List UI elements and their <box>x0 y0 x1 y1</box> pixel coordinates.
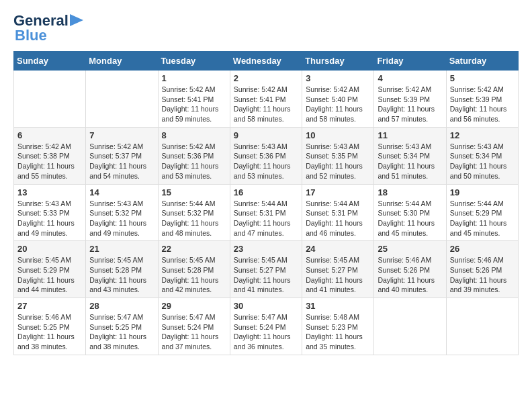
calendar-cell: 18Sunrise: 5:44 AMSunset: 5:30 PMDayligh… <box>374 184 446 241</box>
day-number: 21 <box>89 244 154 254</box>
day-number: 23 <box>234 244 298 254</box>
day-info: Sunrise: 5:42 AMSunset: 5:39 PMDaylight:… <box>378 85 442 124</box>
day-number: 3 <box>306 73 370 83</box>
day-info: Sunrise: 5:47 AMSunset: 5:24 PMDaylight:… <box>234 312 298 352</box>
day-header-monday: Monday <box>86 52 158 71</box>
days-header-row: SundayMondayTuesdayWednesdayThursdayFrid… <box>14 52 519 71</box>
day-number: 26 <box>450 244 515 254</box>
calendar-cell: 7Sunrise: 5:42 AMSunset: 5:37 PMDaylight… <box>86 127 158 184</box>
week-row-2: 6Sunrise: 5:42 AMSunset: 5:38 PMDaylight… <box>14 127 519 184</box>
day-info: Sunrise: 5:43 AMSunset: 5:36 PMDaylight:… <box>234 142 298 181</box>
day-number: 1 <box>162 73 226 83</box>
day-info: Sunrise: 5:44 AMSunset: 5:31 PMDaylight:… <box>306 199 370 238</box>
day-number: 15 <box>162 187 226 197</box>
day-number: 6 <box>17 130 82 140</box>
calendar-cell: 22Sunrise: 5:45 AMSunset: 5:28 PMDayligh… <box>158 241 230 298</box>
calendar-cell: 3Sunrise: 5:42 AMSunset: 5:40 PMDaylight… <box>302 71 374 128</box>
calendar-cell: 11Sunrise: 5:43 AMSunset: 5:34 PMDayligh… <box>374 127 446 184</box>
calendar-cell: 12Sunrise: 5:43 AMSunset: 5:34 PMDayligh… <box>446 127 518 184</box>
day-number: 11 <box>378 130 442 140</box>
day-number: 17 <box>306 187 370 197</box>
week-row-4: 20Sunrise: 5:45 AMSunset: 5:29 PMDayligh… <box>14 241 519 298</box>
day-number: 10 <box>306 130 370 140</box>
day-info: Sunrise: 5:46 AMSunset: 5:25 PMDaylight:… <box>17 312 82 352</box>
day-number: 22 <box>162 244 226 254</box>
day-number: 16 <box>234 187 298 197</box>
calendar-cell: 31Sunrise: 5:48 AMSunset: 5:23 PMDayligh… <box>302 298 374 355</box>
day-info: Sunrise: 5:46 AMSunset: 5:26 PMDaylight:… <box>450 255 515 295</box>
day-header-wednesday: Wednesday <box>230 52 302 71</box>
day-info: Sunrise: 5:44 AMSunset: 5:31 PMDaylight:… <box>234 199 298 238</box>
calendar-cell: 24Sunrise: 5:45 AMSunset: 5:27 PMDayligh… <box>302 241 374 298</box>
calendar-cell: 29Sunrise: 5:47 AMSunset: 5:24 PMDayligh… <box>158 298 230 355</box>
day-number: 5 <box>450 73 515 83</box>
day-info: Sunrise: 5:44 AMSunset: 5:32 PMDaylight:… <box>162 199 226 238</box>
day-info: Sunrise: 5:43 AMSunset: 5:35 PMDaylight:… <box>306 142 370 181</box>
day-info: Sunrise: 5:45 AMSunset: 5:28 PMDaylight:… <box>89 255 154 295</box>
day-info: Sunrise: 5:47 AMSunset: 5:25 PMDaylight:… <box>89 312 154 352</box>
logo-blue: Blue <box>15 27 47 44</box>
calendar-table: SundayMondayTuesdayWednesdayThursdayFrid… <box>13 51 519 355</box>
calendar-cell <box>446 298 518 355</box>
day-number: 28 <box>89 301 154 311</box>
calendar-cell: 14Sunrise: 5:43 AMSunset: 5:32 PMDayligh… <box>86 184 158 241</box>
day-info: Sunrise: 5:45 AMSunset: 5:29 PMDaylight:… <box>17 255 82 295</box>
day-number: 20 <box>17 244 82 254</box>
calendar-cell: 17Sunrise: 5:44 AMSunset: 5:31 PMDayligh… <box>302 184 374 241</box>
calendar-cell: 23Sunrise: 5:45 AMSunset: 5:27 PMDayligh… <box>230 241 302 298</box>
day-info: Sunrise: 5:42 AMSunset: 5:41 PMDaylight:… <box>234 85 298 124</box>
day-info: Sunrise: 5:42 AMSunset: 5:40 PMDaylight:… <box>306 85 370 124</box>
day-number: 4 <box>378 73 442 83</box>
calendar-cell: 28Sunrise: 5:47 AMSunset: 5:25 PMDayligh… <box>86 298 158 355</box>
week-row-1: 1Sunrise: 5:42 AMSunset: 5:41 PMDaylight… <box>14 71 519 128</box>
day-number: 9 <box>234 130 298 140</box>
day-number: 31 <box>306 301 370 311</box>
calendar-cell: 6Sunrise: 5:42 AMSunset: 5:38 PMDaylight… <box>14 127 86 184</box>
day-number: 29 <box>162 301 226 311</box>
day-info: Sunrise: 5:46 AMSunset: 5:26 PMDaylight:… <box>378 255 442 295</box>
calendar-cell: 2Sunrise: 5:42 AMSunset: 5:41 PMDaylight… <box>230 71 302 128</box>
calendar-cell: 27Sunrise: 5:46 AMSunset: 5:25 PMDayligh… <box>14 298 86 355</box>
calendar-cell: 21Sunrise: 5:45 AMSunset: 5:28 PMDayligh… <box>86 241 158 298</box>
logo: General Blue <box>13 13 83 44</box>
day-info: Sunrise: 5:43 AMSunset: 5:33 PMDaylight:… <box>17 199 82 238</box>
week-row-5: 27Sunrise: 5:46 AMSunset: 5:25 PMDayligh… <box>14 298 519 355</box>
day-number: 19 <box>450 187 515 197</box>
day-info: Sunrise: 5:45 AMSunset: 5:27 PMDaylight:… <box>234 255 298 295</box>
day-info: Sunrise: 5:48 AMSunset: 5:23 PMDaylight:… <box>306 312 370 352</box>
day-number: 8 <box>162 130 226 140</box>
calendar-cell: 1Sunrise: 5:42 AMSunset: 5:41 PMDaylight… <box>158 71 230 128</box>
day-info: Sunrise: 5:47 AMSunset: 5:24 PMDaylight:… <box>162 312 226 352</box>
day-info: Sunrise: 5:43 AMSunset: 5:32 PMDaylight:… <box>89 199 154 238</box>
calendar-cell: 8Sunrise: 5:42 AMSunset: 5:36 PMDaylight… <box>158 127 230 184</box>
logo-text: General <box>13 13 69 28</box>
calendar-cell <box>374 298 446 355</box>
day-number: 2 <box>234 73 298 83</box>
day-number: 18 <box>378 187 442 197</box>
day-header-friday: Friday <box>374 52 446 71</box>
day-info: Sunrise: 5:44 AMSunset: 5:29 PMDaylight:… <box>450 199 515 238</box>
calendar-cell: 4Sunrise: 5:42 AMSunset: 5:39 PMDaylight… <box>374 71 446 128</box>
day-number: 13 <box>17 187 82 197</box>
day-number: 14 <box>89 187 154 197</box>
day-header-saturday: Saturday <box>446 52 518 71</box>
day-info: Sunrise: 5:43 AMSunset: 5:34 PMDaylight:… <box>450 142 515 181</box>
day-info: Sunrise: 5:42 AMSunset: 5:39 PMDaylight:… <box>450 85 515 124</box>
day-number: 12 <box>450 130 515 140</box>
calendar-header: General Blue <box>13 13 519 44</box>
svg-marker-0 <box>70 14 83 26</box>
day-number: 24 <box>306 244 370 254</box>
day-number: 30 <box>234 301 298 311</box>
day-info: Sunrise: 5:43 AMSunset: 5:34 PMDaylight:… <box>378 142 442 181</box>
calendar-cell: 30Sunrise: 5:47 AMSunset: 5:24 PMDayligh… <box>230 298 302 355</box>
day-info: Sunrise: 5:45 AMSunset: 5:28 PMDaylight:… <box>162 255 226 295</box>
calendar-cell: 15Sunrise: 5:44 AMSunset: 5:32 PMDayligh… <box>158 184 230 241</box>
calendar-cell: 25Sunrise: 5:46 AMSunset: 5:26 PMDayligh… <box>374 241 446 298</box>
calendar-cell: 5Sunrise: 5:42 AMSunset: 5:39 PMDaylight… <box>446 71 518 128</box>
day-info: Sunrise: 5:45 AMSunset: 5:27 PMDaylight:… <box>306 255 370 295</box>
day-info: Sunrise: 5:42 AMSunset: 5:38 PMDaylight:… <box>17 142 82 181</box>
day-header-thursday: Thursday <box>302 52 374 71</box>
calendar-container: General Blue SundayMondayTuesdayWednesda… <box>13 13 519 355</box>
day-header-tuesday: Tuesday <box>158 52 230 71</box>
day-header-sunday: Sunday <box>14 52 86 71</box>
